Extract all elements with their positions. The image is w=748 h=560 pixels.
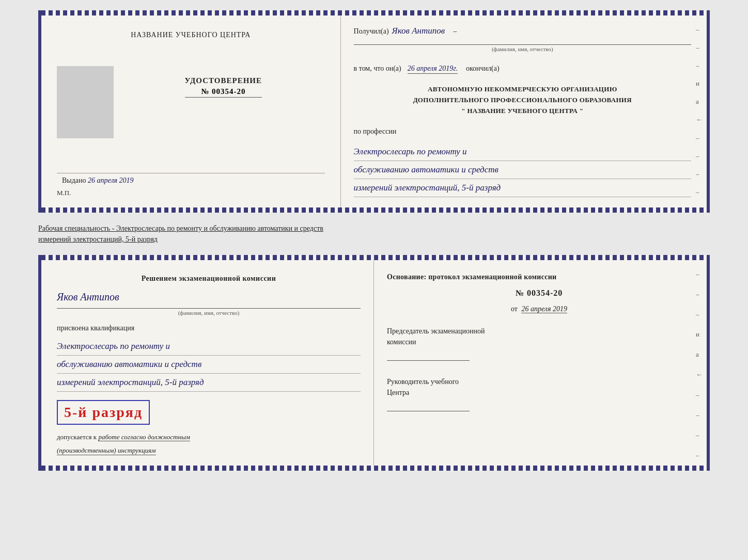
bottom-document: Решением экзаменационной комиссии Яков А… — [38, 255, 710, 470]
photo-placeholder — [57, 66, 114, 138]
top-center-title: НАЗВАНИЕ УЧЕБНОГО ЦЕНТРА — [131, 31, 251, 39]
ot-date-value: 26 апреля 2019 — [521, 305, 567, 313]
prof-line3: измерений электростанций, 5-й разряд — [354, 179, 691, 197]
bottom-deco-bar-top — [38, 255, 710, 260]
top-right-panel: – – – и а ← – – – – Получил(а) Яков Анти… — [341, 15, 707, 207]
right-dashes: – – – и а ← – – – – — [696, 26, 703, 195]
bottom-deco-bar-bottom — [38, 466, 710, 471]
vydano-date: 26 апреля 2019 — [88, 177, 133, 184]
bottom-left-panel: Решением экзаменационной комиссии Яков А… — [41, 260, 374, 465]
po-professii-label: по профессии — [354, 127, 691, 136]
top-deco-bar-bottom — [38, 207, 710, 213]
qualification-block: Электрослесарь по ремонту и обслуживанию… — [57, 338, 361, 392]
right-dashes-bottom: – – – и а ← – – – – — [696, 270, 703, 458]
grade-text: 5-й разряд — [64, 404, 143, 421]
resheniem-text: Решением экзаменационной комиссии — [57, 273, 361, 284]
bottom-name: Яков Антипов — [57, 291, 361, 303]
udostoverenie-number: № 00354-20 — [185, 87, 262, 98]
protocol-number: № 00354-20 — [387, 289, 691, 298]
fio-sublabel-bottom: (фамилия, имя, отчество) — [57, 308, 361, 316]
bottom-right-panel: – – – и а ← – – – – Основание: протокол … — [374, 260, 707, 465]
org-block: АВТОНОМНУЮ НЕКОММЕРЧЕСКУЮ ОРГАНИЗАЦИЮ ДО… — [354, 84, 691, 116]
dopuskaetsya-line: допускается к работе согласно должностны… — [57, 433, 361, 441]
rukovoditel-signature — [387, 401, 470, 411]
osnovaniye-label: Основание: протокол экзаменационной коми… — [387, 273, 691, 281]
dopusk-italic1: работе согласно должностным — [98, 433, 190, 441]
predsedatel-text: Председатель экзаменационной комиссии — [387, 326, 691, 347]
qual-line2: обслуживанию автоматики и средств — [57, 356, 361, 374]
recipient-name: Яков Антипов — [392, 26, 445, 36]
qual-line3: измерений электростанций, 5-й разряд — [57, 374, 361, 392]
ot-date-line: от 26 апреля 2019 — [387, 305, 691, 313]
vydano-line: Выдано 26 апреля 2019 — [57, 177, 325, 185]
prisvoena-label: присвоена квалификация — [57, 324, 361, 332]
predsedatel-signature — [387, 350, 470, 361]
vtom-line: в том, что он(а) 26 апреля 2019г. окончи… — [354, 65, 691, 74]
udostoverenie-label: УДОСТОВЕРЕНИЕ — [185, 76, 262, 85]
between-label-block: Рабочая специальность - Электрослесарь п… — [38, 221, 710, 247]
udostoverenie-block: УДОСТОВЕРЕНИЕ № 00354-20 — [185, 76, 262, 98]
prof-line2: обслуживанию автоматики и средств — [354, 161, 691, 179]
dopusk-italic2: (производственным) инструкциям — [57, 446, 156, 455]
rukovoditel-block: Руководитель учебного Центра — [387, 376, 691, 411]
profession-block: Электрослесарь по ремонту и обслуживанию… — [354, 143, 691, 197]
mp-line: М.П. — [57, 189, 325, 197]
top-deco-bar — [38, 10, 710, 15]
fio-sublabel-top: (фамилия, имя, отчество) — [354, 44, 691, 52]
prof-line1: Электрослесарь по ремонту и — [354, 143, 691, 161]
top-document: НАЗВАНИЕ УЧЕБНОГО ЦЕНТРА УДОСТОВЕРЕНИЕ №… — [38, 10, 710, 213]
top-left-panel: НАЗВАНИЕ УЧЕБНОГО ЦЕНТРА УДОСТОВЕРЕНИЕ №… — [41, 15, 341, 207]
predsedatel-block: Председатель экзаменационной комиссии — [387, 326, 691, 361]
rukovoditel-text: Руководитель учебного Центра — [387, 376, 691, 398]
qual-line1: Электрослесарь по ремонту и — [57, 338, 361, 356]
top-doc-main: НАЗВАНИЕ УЧЕБНОГО ЦЕНТРА УДОСТОВЕРЕНИЕ №… — [38, 15, 710, 207]
poluchil-line: Получил(а) Яков Антипов – — [354, 26, 691, 36]
grade-box: 5-й разряд — [57, 400, 150, 425]
bottom-doc-main: Решением экзаменационной комиссии Яков А… — [38, 260, 710, 465]
vtom-date: 26 апреля 2019г. — [408, 65, 458, 74]
